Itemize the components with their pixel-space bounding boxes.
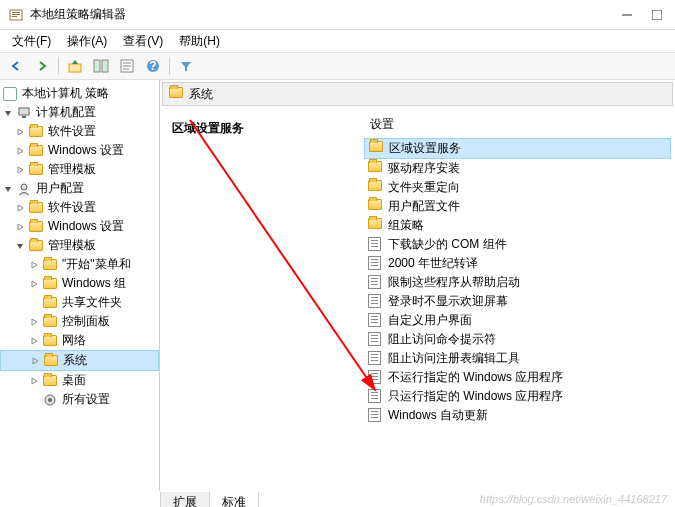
collapse-icon[interactable] bbox=[2, 183, 14, 195]
menu-view[interactable]: 查看(V) bbox=[115, 31, 171, 52]
expand-icon[interactable] bbox=[28, 278, 40, 290]
expand-icon[interactable] bbox=[28, 316, 40, 328]
setting-label: Windows 自动更新 bbox=[388, 407, 488, 424]
tree-user-config[interactable]: 用户配置 bbox=[0, 179, 159, 198]
collapse-icon[interactable] bbox=[14, 240, 26, 252]
tree-item[interactable]: 网络 bbox=[0, 331, 159, 350]
setting-item[interactable]: 登录时不显示欢迎屏幕 bbox=[364, 292, 671, 311]
back-button[interactable] bbox=[4, 55, 28, 77]
setting-item[interactable]: 组策略 bbox=[364, 216, 671, 235]
setting-item[interactable]: 文件夹重定向 bbox=[364, 178, 671, 197]
policy-icon bbox=[368, 275, 384, 291]
folder-icon bbox=[368, 180, 384, 196]
svg-rect-3 bbox=[12, 16, 17, 17]
tree-item[interactable]: Windows 设置 bbox=[0, 141, 159, 160]
tree-label: 管理模板 bbox=[48, 237, 96, 254]
expand-icon[interactable] bbox=[14, 145, 26, 157]
up-button[interactable] bbox=[63, 55, 87, 77]
tree-item[interactable]: "开始"菜单和 bbox=[0, 255, 159, 274]
tree-panel[interactable]: 本地计算机 策略 计算机配置 软件设置 Windows 设置 管理模板 用户配置 bbox=[0, 80, 160, 491]
svg-point-17 bbox=[21, 184, 27, 190]
setting-item[interactable]: 驱动程序安装 bbox=[364, 159, 671, 178]
setting-item[interactable]: 自定义用户界面 bbox=[364, 311, 671, 330]
folder-icon bbox=[368, 199, 384, 215]
tree-item[interactable]: 管理模板 bbox=[0, 236, 159, 255]
setting-label: 只运行指定的 Windows 应用程序 bbox=[388, 388, 563, 405]
folder-icon bbox=[28, 200, 44, 216]
setting-item[interactable]: 不运行指定的 Windows 应用程序 bbox=[364, 368, 671, 387]
policy-icon bbox=[368, 332, 384, 348]
tree-label: 桌面 bbox=[62, 372, 86, 389]
collapse-icon[interactable] bbox=[2, 107, 14, 119]
window-title: 本地组策略编辑器 bbox=[30, 6, 621, 23]
tab-extended[interactable]: 扩展 bbox=[160, 492, 210, 507]
tree-item-system[interactable]: 系统 bbox=[0, 350, 159, 371]
tree-label: 系统 bbox=[63, 352, 87, 369]
svg-rect-1 bbox=[12, 12, 20, 13]
setting-label: 下载缺少的 COM 组件 bbox=[388, 236, 507, 253]
tree-label: 本地计算机 策略 bbox=[22, 85, 109, 102]
menu-action[interactable]: 操作(A) bbox=[59, 31, 115, 52]
tree-computer-config[interactable]: 计算机配置 bbox=[0, 103, 159, 122]
setting-item[interactable]: 用户配置文件 bbox=[364, 197, 671, 216]
tab-standard[interactable]: 标准 bbox=[209, 492, 259, 507]
column-header[interactable]: 设置 bbox=[364, 112, 671, 138]
folder-icon bbox=[42, 276, 58, 292]
expand-icon[interactable] bbox=[14, 126, 26, 138]
svg-text:?: ? bbox=[149, 59, 156, 73]
help-button[interactable]: ? bbox=[141, 55, 165, 77]
expand-icon[interactable] bbox=[14, 202, 26, 214]
toolbar: ? bbox=[0, 52, 675, 80]
policy-icon bbox=[368, 237, 384, 253]
setting-label: 登录时不显示欢迎屏幕 bbox=[388, 293, 508, 310]
tree-item[interactable]: 控制面板 bbox=[0, 312, 159, 331]
detail-heading: 区域设置服务 bbox=[172, 120, 356, 137]
expand-icon[interactable] bbox=[14, 164, 26, 176]
menu-help[interactable]: 帮助(H) bbox=[171, 31, 228, 52]
tree-root[interactable]: 本地计算机 策略 bbox=[0, 84, 159, 103]
expand-icon[interactable] bbox=[14, 221, 26, 233]
folder-icon bbox=[28, 124, 44, 140]
tree-item[interactable]: 共享文件夹 bbox=[0, 293, 159, 312]
forward-button[interactable] bbox=[30, 55, 54, 77]
tree-item[interactable]: 软件设置 bbox=[0, 122, 159, 141]
maximize-button[interactable] bbox=[651, 9, 663, 21]
setting-item[interactable]: 阻止访问命令提示符 bbox=[364, 330, 671, 349]
tree-item[interactable]: 管理模板 bbox=[0, 160, 159, 179]
setting-item[interactable]: 2000 年世纪转译 bbox=[364, 254, 671, 273]
setting-label: 不运行指定的 Windows 应用程序 bbox=[388, 369, 563, 386]
settings-list[interactable]: 设置 区域设置服务驱动程序安装文件夹重定向用户配置文件组策略下载缺少的 COM … bbox=[364, 112, 671, 487]
setting-item[interactable]: 阻止访问注册表编辑工具 bbox=[364, 349, 671, 368]
setting-item[interactable]: 只运行指定的 Windows 应用程序 bbox=[364, 387, 671, 406]
minimize-button[interactable] bbox=[621, 9, 633, 21]
setting-label: 阻止访问命令提示符 bbox=[388, 331, 496, 348]
watermark: https://blog.csdn.net/weixin_44168217 bbox=[480, 493, 667, 505]
tree-label: Windows 设置 bbox=[48, 218, 124, 235]
tree-item[interactable]: Windows 组 bbox=[0, 274, 159, 293]
svg-point-19 bbox=[48, 398, 52, 402]
setting-item[interactable]: 下载缺少的 COM 组件 bbox=[364, 235, 671, 254]
tree-item[interactable]: 所有设置 bbox=[0, 390, 159, 409]
setting-item[interactable]: 区域设置服务 bbox=[364, 138, 671, 159]
expand-icon[interactable] bbox=[28, 375, 40, 387]
menu-file[interactable]: 文件(F) bbox=[4, 31, 59, 52]
policy-icon bbox=[368, 370, 384, 386]
tree-item[interactable]: 软件设置 bbox=[0, 198, 159, 217]
tree-item[interactable]: Windows 设置 bbox=[0, 217, 159, 236]
tree-label: "开始"菜单和 bbox=[62, 256, 131, 273]
setting-item[interactable]: Windows 自动更新 bbox=[364, 406, 671, 425]
expand-icon[interactable] bbox=[29, 355, 41, 367]
svg-rect-15 bbox=[19, 108, 29, 115]
folder-icon bbox=[42, 314, 58, 330]
menubar: 文件(F) 操作(A) 查看(V) 帮助(H) bbox=[0, 30, 675, 52]
svg-rect-5 bbox=[652, 10, 662, 20]
show-hide-button[interactable] bbox=[89, 55, 113, 77]
expand-icon[interactable] bbox=[28, 259, 40, 271]
expand-icon[interactable] bbox=[28, 335, 40, 347]
tree-item[interactable]: 桌面 bbox=[0, 371, 159, 390]
properties-button[interactable] bbox=[115, 55, 139, 77]
tree-label: 软件设置 bbox=[48, 123, 96, 140]
setting-item[interactable]: 限制这些程序从帮助启动 bbox=[364, 273, 671, 292]
filter-button[interactable] bbox=[174, 55, 198, 77]
folder-icon bbox=[43, 353, 59, 369]
